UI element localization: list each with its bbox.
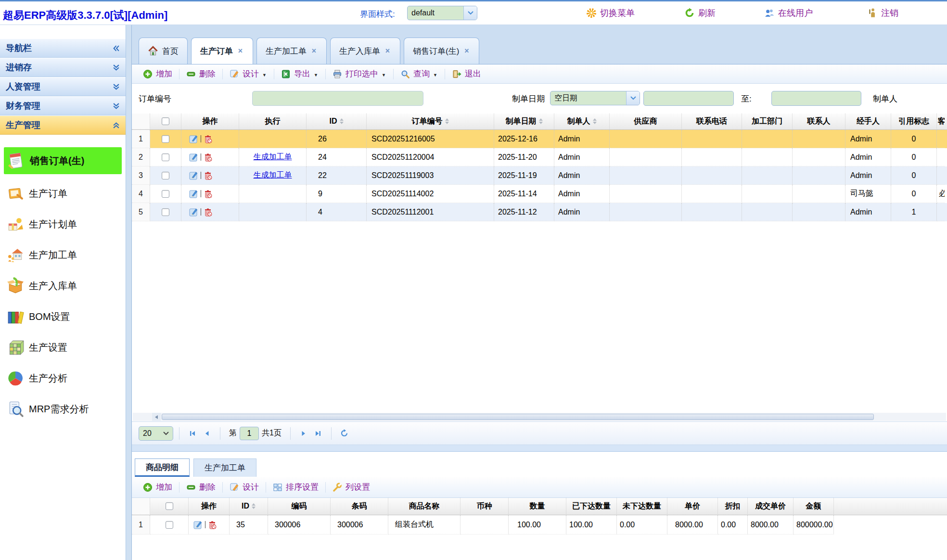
col-id[interactable]: ID [307, 114, 367, 129]
sidebar-item-production-inbound[interactable]: 生产入库单 [0, 270, 126, 301]
edit-icon[interactable] [189, 171, 199, 180]
date-from-input[interactable] [644, 91, 734, 105]
sidebar-item-production-order[interactable]: 生产订单 [0, 178, 126, 209]
row-checkbox[interactable] [162, 172, 169, 179]
switch-menu-button[interactable]: 切换菜单 [586, 7, 635, 19]
vertical-splitter[interactable] [126, 25, 132, 560]
edit-icon[interactable] [193, 520, 203, 530]
sidebar-item-sales-order[interactable]: 销售订单(生) [4, 147, 122, 174]
tab-detail-process-order[interactable]: 生产加工单 [193, 458, 256, 477]
exit-button[interactable]: 退出 [447, 68, 486, 79]
tab-production-process[interactable]: 生产加工单 [256, 38, 327, 64]
column-settings-button[interactable]: 列设置 [327, 482, 375, 493]
chevron-down-icon[interactable] [382, 69, 386, 79]
select-all-checkbox[interactable] [166, 502, 173, 510]
first-page-button[interactable] [185, 426, 200, 441]
table-row[interactable]: 4 9 SCD20251114002 2025-11-14 Admin 司马懿 … [132, 185, 947, 203]
sidebar-item-bom-settings[interactable]: BOM设置 [0, 301, 126, 332]
date-to-input[interactable] [772, 91, 861, 105]
row-checkbox[interactable] [162, 208, 169, 216]
chevron-down-icon[interactable] [262, 69, 267, 79]
delete-row-icon[interactable] [203, 153, 213, 162]
refresh-button[interactable]: 刷新 [684, 7, 716, 19]
online-users-button[interactable]: 在线用户 [764, 7, 813, 19]
tab-production-inbound[interactable]: 生产入库单 [330, 38, 400, 64]
order-no-input[interactable] [252, 91, 423, 106]
close-icon[interactable] [237, 48, 244, 55]
chevron-down-icon[interactable] [433, 69, 438, 79]
sidebar-section-navbar[interactable]: 导航栏 [0, 38, 126, 58]
col-id[interactable]: ID [230, 498, 268, 515]
edit-icon[interactable] [189, 189, 199, 199]
col-order-no[interactable]: 订单编号 [367, 114, 494, 129]
delete-button[interactable]: 删除 [181, 68, 221, 79]
sidebar-item-production-plan[interactable]: 生产计划单 [0, 209, 126, 240]
online-users-label: 在线用户 [778, 7, 813, 19]
detail-add-button[interactable]: 增加 [138, 482, 178, 493]
export-button[interactable]: 导出 [276, 68, 324, 79]
table-row[interactable]: 3 生成加工单 22 SCD20251119003 2025-11-19 Adm… [132, 166, 947, 185]
print-selected-button[interactable]: 打印选中 [327, 68, 392, 79]
edit-icon[interactable] [189, 207, 199, 217]
sidebar-item-mrp-analysis[interactable]: MRP需求分析 [0, 394, 126, 424]
last-page-button[interactable] [311, 426, 325, 441]
generate-process-order-link[interactable]: 生成加工单 [254, 152, 292, 162]
row-actions [181, 148, 239, 166]
sidebar-section-finance[interactable]: 财务管理 [0, 96, 126, 115]
cell-supplier [610, 166, 682, 185]
sidebar-item-production-settings[interactable]: 生产设置 [0, 332, 126, 363]
tab-sales-order[interactable]: 销售订单(生) [404, 38, 479, 64]
query-button[interactable]: 查询 [395, 68, 443, 79]
col-date[interactable]: 制单日期 [494, 114, 554, 129]
select-all-checkbox[interactable] [162, 117, 169, 125]
row-checkbox[interactable] [162, 153, 169, 161]
sidebar-section-production[interactable]: 生产管理 [0, 115, 126, 135]
close-icon[interactable] [384, 48, 391, 55]
page-size-select[interactable]: 20 [139, 426, 173, 441]
row-checkbox[interactable] [162, 135, 169, 143]
tab-item-details[interactable]: 商品明细 [135, 458, 190, 477]
table-row[interactable]: 2 生成加工单 24 SCD20251120004 2025-11-20 Adm… [132, 148, 947, 166]
row-checkbox[interactable] [166, 521, 173, 529]
next-page-button[interactable] [296, 426, 311, 441]
reload-icon[interactable] [337, 426, 352, 441]
design-button[interactable]: 设计 [224, 68, 272, 79]
delete-row-icon[interactable] [203, 207, 213, 217]
row-checkbox[interactable] [162, 190, 169, 198]
ui-style-select[interactable]: default [407, 6, 477, 20]
tab-production-order[interactable]: 生产订单 [191, 38, 253, 64]
sort-settings-button[interactable]: 排序设置 [268, 482, 324, 493]
refresh-icon [684, 8, 695, 18]
scroll-left-icon[interactable] [152, 413, 161, 421]
add-button[interactable]: 增加 [138, 68, 178, 79]
table-row[interactable]: 1 35 300006 300006 组装台式机 100.00 100.00 0… [132, 515, 947, 535]
date-type-select[interactable]: 空日期 [550, 91, 640, 105]
tab-home[interactable]: 首页 [139, 38, 188, 64]
horizontal-scrollbar[interactable] [133, 413, 946, 421]
col-maker[interactable]: 制单人 [554, 114, 610, 129]
delete-row-icon[interactable] [203, 189, 213, 199]
design-icon [230, 69, 239, 79]
delete-row-icon[interactable] [207, 520, 217, 530]
chevron-down-icon[interactable] [314, 69, 319, 79]
detail-design-button[interactable]: 设计 [224, 482, 264, 493]
scrollbar-thumb[interactable] [162, 414, 874, 420]
page-number-input[interactable] [240, 427, 259, 440]
close-icon[interactable] [310, 48, 318, 55]
close-icon[interactable] [463, 48, 470, 55]
table-row[interactable]: 5 4 SCD20251112001 2025-11-12 Admin Admi… [132, 203, 947, 221]
horizontal-splitter[interactable] [132, 445, 947, 452]
generate-process-order-link[interactable]: 生成加工单 [254, 170, 292, 180]
edit-icon[interactable] [189, 153, 199, 162]
detail-delete-button[interactable]: 删除 [181, 482, 221, 493]
sidebar-item-production-process[interactable]: 生产加工单 [0, 240, 126, 270]
sidebar-item-production-analysis[interactable]: 生产分析 [0, 363, 126, 394]
sidebar-section-hr[interactable]: 人资管理 [0, 77, 126, 96]
edit-icon[interactable] [189, 134, 199, 144]
logout-button[interactable]: 注销 [867, 7, 898, 19]
prev-page-button[interactable] [200, 426, 214, 441]
table-row[interactable]: 1 26 SCD20251216005 2025-12-16 Admin Adm… [132, 130, 947, 148]
sidebar-section-inventory[interactable]: 进销存 [0, 58, 126, 77]
delete-row-icon[interactable] [203, 171, 213, 180]
delete-row-icon[interactable] [203, 134, 213, 144]
